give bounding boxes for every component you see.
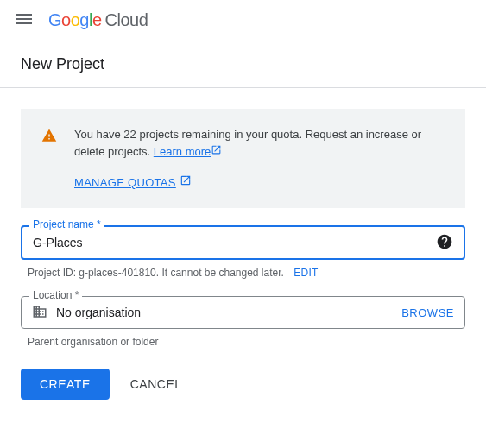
warning-icon — [41, 128, 57, 191]
edit-project-id-link[interactable]: EDIT — [293, 267, 319, 279]
project-id-value: g-places-401810 — [79, 267, 155, 279]
project-name-label: Project name * — [29, 218, 104, 230]
page-title: New Project — [21, 55, 465, 73]
help-icon[interactable] — [436, 233, 453, 253]
project-name-field: Project name * — [21, 225, 465, 260]
project-name-input[interactable] — [33, 236, 436, 249]
create-button[interactable]: CREATE — [21, 369, 110, 400]
location-helper: Parent organisation or folder — [28, 336, 465, 348]
manage-quotas-link[interactable]: MANAGE QUOTAS — [74, 174, 192, 192]
cancel-button[interactable]: CANCEL — [117, 369, 196, 400]
project-name-input-wrap[interactable] — [21, 225, 465, 260]
location-field: Location * No organisation BROWSE — [21, 296, 465, 329]
location-input-wrap[interactable]: No organisation BROWSE — [21, 296, 465, 329]
quota-message: You have 22 projects remaining in your q… — [74, 128, 421, 158]
menu-icon[interactable] — [14, 9, 35, 32]
location-value: No organisation — [56, 306, 401, 319]
quota-info-box: You have 22 projects remaining in your q… — [21, 109, 465, 208]
external-link-icon — [180, 174, 192, 192]
title-bar: New Project — [0, 41, 486, 88]
google-cloud-logo[interactable]: Google Cloud — [48, 10, 148, 30]
project-id-hint: Project ID: g-places-401810. It cannot b… — [28, 267, 465, 279]
quota-info-text: You have 22 projects remaining in your q… — [74, 126, 448, 191]
logo-cloud-text: Cloud — [105, 10, 148, 30]
content: You have 22 projects remaining in your q… — [0, 88, 486, 420]
organisation-icon — [32, 304, 47, 322]
external-link-icon — [211, 143, 222, 161]
action-buttons: CREATE CANCEL — [21, 369, 465, 400]
browse-button[interactable]: BROWSE — [401, 306, 454, 319]
location-label: Location * — [29, 289, 82, 301]
app-header: Google Cloud — [0, 0, 486, 41]
learn-more-link[interactable]: Learn more — [154, 145, 222, 158]
